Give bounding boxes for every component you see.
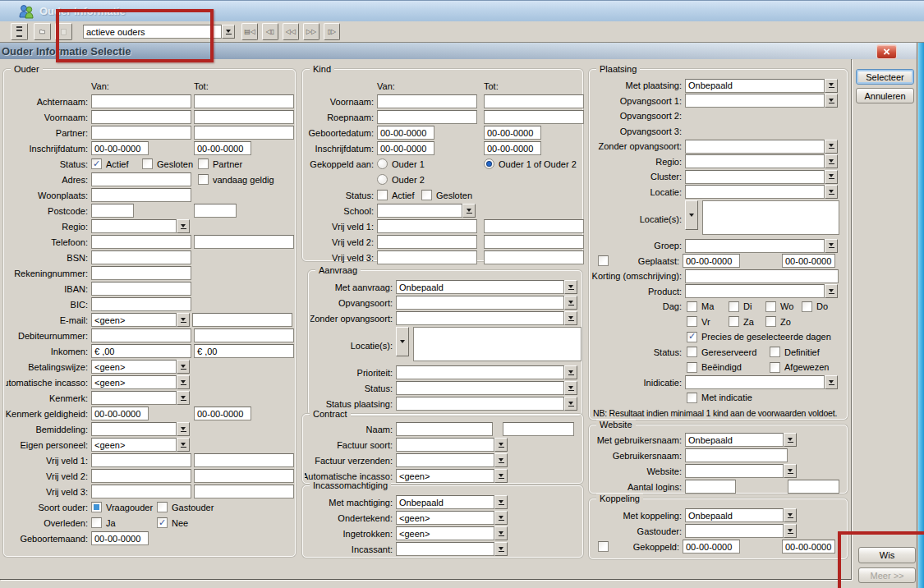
afgewezen-checkbox[interactable] xyxy=(770,362,780,373)
kenmerk-geldigheid-van-input[interactable] xyxy=(91,407,149,420)
dag-do-checkbox[interactable] xyxy=(802,301,812,312)
met-gebruikersnaam-combobox-input[interactable] xyxy=(685,433,784,447)
kind-inschrijfdatum-tot-input[interactable] xyxy=(484,141,541,155)
ondertekend-combobox[interactable] xyxy=(396,511,508,525)
next-record-button[interactable]: ▯▷ xyxy=(324,23,340,40)
precies-dagen-checkbox[interactable] xyxy=(687,332,697,342)
ouder-vrijveld1-van-input[interactable] xyxy=(91,453,191,467)
opvangsoort1-combobox-input[interactable] xyxy=(685,94,825,108)
prioriteit-combobox-input[interactable] xyxy=(396,365,564,379)
contract-automatische-incasso-combobox-input[interactable] xyxy=(396,469,494,483)
dag-di-checkbox[interactable] xyxy=(729,301,739,312)
plaatsing-locaties-listbox[interactable] xyxy=(702,200,839,235)
chevron-down-icon[interactable] xyxy=(784,508,797,522)
chevron-down-icon[interactable] xyxy=(825,94,838,108)
met-koppeling-combobox-input[interactable] xyxy=(685,508,784,522)
annuleren-button[interactable]: Annuleren xyxy=(856,88,914,103)
chevron-down-icon[interactable] xyxy=(564,311,577,325)
overleden-nee-checkbox[interactable] xyxy=(157,517,168,528)
inkomen-van-input[interactable] xyxy=(91,344,191,358)
ouder1of2-radio[interactable] xyxy=(484,158,494,169)
chevron-down-icon[interactable] xyxy=(462,204,476,218)
dag-zo-checkbox[interactable] xyxy=(765,316,776,327)
bic-input[interactable] xyxy=(91,297,191,311)
vandaag-geldig-checkbox[interactable] xyxy=(198,174,209,185)
chevron-down-icon[interactable] xyxy=(784,464,797,478)
dag-wo-checkbox[interactable] xyxy=(765,301,776,312)
chevron-down-icon[interactable] xyxy=(825,154,838,168)
aantal-logins-van-input[interactable] xyxy=(685,480,736,494)
plaatsing-zonder-opvangsoort-combobox-input[interactable] xyxy=(685,140,825,154)
chevron-down-icon[interactable] xyxy=(177,219,190,233)
debiteurnummer-tot-input[interactable] xyxy=(194,328,294,342)
ondertekend-combobox-input[interactable] xyxy=(396,511,494,525)
locatie-combobox[interactable] xyxy=(685,185,838,199)
goto-record-button[interactable]: ▤◁ xyxy=(241,23,258,40)
eigen-personeel-combobox[interactable] xyxy=(91,438,190,452)
chevron-down-icon[interactable] xyxy=(494,453,508,467)
close-button[interactable] xyxy=(876,44,897,59)
kind-actief-checkbox[interactable] xyxy=(377,190,388,200)
chevron-down-icon[interactable] xyxy=(825,284,838,298)
chevron-down-icon[interactable] xyxy=(494,526,508,540)
chevron-down-icon[interactable] xyxy=(564,397,577,411)
prev-record-button[interactable]: ◁▯ xyxy=(262,23,278,40)
ouder1-radio[interactable] xyxy=(377,158,388,169)
inidicatie-combobox[interactable] xyxy=(685,375,838,389)
ingetrokken-combobox[interactable] xyxy=(396,526,508,540)
met-aanvraag-combobox-input[interactable] xyxy=(396,280,564,294)
kenmerk-combobox-input[interactable] xyxy=(91,391,177,405)
overleden-ja-checkbox[interactable] xyxy=(91,517,102,528)
korting-input[interactable] xyxy=(685,269,839,283)
regio-combobox[interactable] xyxy=(91,219,190,233)
voornaam-tot-input[interactable] xyxy=(194,110,294,124)
aanvraag-status-combobox-input[interactable] xyxy=(396,381,564,395)
chevron-down-icon[interactable] xyxy=(564,365,577,379)
inkomen-tot-input[interactable] xyxy=(194,344,294,358)
school-combobox[interactable] xyxy=(377,204,476,218)
chevron-down-icon[interactable] xyxy=(177,313,190,327)
ouder-vrijveld2-tot-input[interactable] xyxy=(194,469,294,483)
geplaatst-tot-input[interactable] xyxy=(782,254,835,268)
postcode-tot-input[interactable] xyxy=(194,204,237,218)
product-combobox[interactable] xyxy=(685,284,838,298)
actief-checkbox[interactable] xyxy=(91,158,102,169)
groep-combobox[interactable] xyxy=(685,239,838,253)
factuur-soort-combobox-input[interactable] xyxy=(396,438,494,452)
partner-van-input[interactable] xyxy=(91,126,191,140)
kind-vrijveld3-van-input[interactable] xyxy=(377,250,477,264)
cluster-combobox-input[interactable] xyxy=(685,170,825,184)
ouder-vrijveld2-van-input[interactable] xyxy=(91,469,191,483)
page-button-disabled[interactable] xyxy=(55,23,72,40)
chevron-down-icon[interactable] xyxy=(177,375,190,389)
kind-voornaam-tot-input[interactable] xyxy=(484,94,584,108)
partner-checkbox[interactable] xyxy=(198,158,209,169)
filter-combobox-arrow[interactable] xyxy=(222,25,235,39)
achternaam-tot-input[interactable] xyxy=(194,94,294,108)
met-koppeling-combobox[interactable] xyxy=(685,508,797,522)
chevron-down-icon[interactable] xyxy=(494,469,508,483)
gastouder-checkbox[interactable] xyxy=(157,502,168,512)
filter-combobox-input[interactable] xyxy=(83,25,222,39)
fast-back-button[interactable]: ◁◁ xyxy=(283,23,299,40)
aantal-logins-tot-input[interactable] xyxy=(788,480,839,494)
kind-inschrijfdatum-van-input[interactable] xyxy=(377,141,434,155)
telefoon-tot-input[interactable] xyxy=(194,235,294,249)
betalingswijze-combobox[interactable] xyxy=(91,360,190,374)
kenmerk-geldigheid-tot-input[interactable] xyxy=(194,407,251,420)
email-combobox-input[interactable] xyxy=(91,313,177,327)
met-aanvraag-combobox[interactable] xyxy=(396,280,577,294)
aanvraag-opvangsoort-combobox-input[interactable] xyxy=(396,296,564,310)
woonplaats-input[interactable] xyxy=(91,188,191,202)
status-plaatsing-combobox-input[interactable] xyxy=(396,397,564,411)
groep-combobox-input[interactable] xyxy=(685,239,825,253)
chevron-down-icon[interactable] xyxy=(784,433,797,447)
kind-gesloten-checkbox[interactable] xyxy=(421,190,432,200)
contract-naam-van-input[interactable] xyxy=(396,422,493,436)
plaatsing-locaties-dropdown-button[interactable] xyxy=(685,200,698,230)
kind-vrijveld1-tot-input[interactable] xyxy=(484,219,584,233)
aanvraag-zonder-opvangsoort-combobox[interactable] xyxy=(396,311,577,325)
achternaam-van-input[interactable] xyxy=(91,94,191,108)
chevron-down-icon[interactable] xyxy=(177,391,190,405)
geboortemaand-input[interactable] xyxy=(91,531,149,545)
